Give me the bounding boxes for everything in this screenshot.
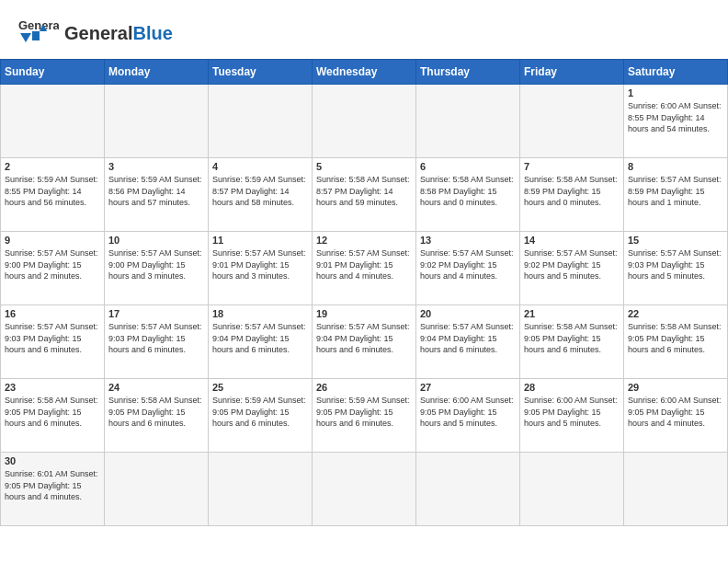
calendar-week-row: 16Sunrise: 5:57 AM Sunset: 9:03 PM Dayli…: [1, 305, 728, 379]
day-number: 1: [628, 87, 723, 98]
day-info: Sunrise: 5:57 AM Sunset: 9:03 PM Dayligh…: [5, 321, 100, 356]
page-header: General GeneralBlue: [0, 0, 728, 59]
calendar-cell: [520, 85, 624, 158]
day-number: 7: [524, 161, 620, 172]
calendar-week-row: 1Sunrise: 6:00 AM Sunset: 8:55 PM Daylig…: [1, 85, 728, 158]
day-info: Sunrise: 5:58 AM Sunset: 8:57 PM Dayligh…: [316, 174, 412, 209]
calendar-cell: [416, 453, 520, 526]
calendar-cell: 28Sunrise: 6:00 AM Sunset: 9:05 PM Dayli…: [520, 379, 624, 453]
calendar-cell: 2Sunrise: 5:59 AM Sunset: 8:55 PM Daylig…: [1, 158, 105, 232]
calendar-week-row: 9Sunrise: 5:57 AM Sunset: 9:00 PM Daylig…: [1, 232, 728, 305]
calendar-cell: [313, 453, 416, 526]
calendar-cell: 19Sunrise: 5:57 AM Sunset: 9:04 PM Dayli…: [313, 305, 416, 379]
calendar-cell: 4Sunrise: 5:59 AM Sunset: 8:57 PM Daylig…: [209, 158, 313, 232]
calendar-week-row: 2Sunrise: 5:59 AM Sunset: 8:55 PM Daylig…: [1, 158, 728, 232]
calendar-cell: 23Sunrise: 5:58 AM Sunset: 9:05 PM Dayli…: [1, 379, 105, 453]
day-info: Sunrise: 5:57 AM Sunset: 9:01 PM Dayligh…: [316, 247, 412, 282]
calendar-cell: 11Sunrise: 5:57 AM Sunset: 9:01 PM Dayli…: [209, 232, 313, 305]
calendar-cell: [520, 453, 624, 526]
day-info: Sunrise: 5:59 AM Sunset: 8:55 PM Dayligh…: [5, 174, 100, 209]
calendar-cell: 20Sunrise: 5:57 AM Sunset: 9:04 PM Dayli…: [416, 305, 520, 379]
day-info: Sunrise: 5:57 AM Sunset: 9:04 PM Dayligh…: [420, 321, 516, 356]
calendar-cell: [1, 85, 105, 158]
day-number: 5: [316, 161, 412, 172]
day-info: Sunrise: 5:59 AM Sunset: 9:05 PM Dayligh…: [316, 395, 412, 430]
calendar-cell: [313, 85, 416, 158]
day-info: Sunrise: 5:57 AM Sunset: 9:04 PM Dayligh…: [212, 321, 308, 356]
calendar-cell: 26Sunrise: 5:59 AM Sunset: 9:05 PM Dayli…: [313, 379, 416, 453]
calendar-cell: 15Sunrise: 5:57 AM Sunset: 9:03 PM Dayli…: [624, 232, 728, 305]
day-number: 24: [108, 382, 204, 393]
calendar-cell: [624, 453, 728, 526]
day-info: Sunrise: 5:59 AM Sunset: 9:05 PM Dayligh…: [212, 395, 308, 430]
day-number: 19: [316, 308, 412, 319]
day-number: 14: [524, 235, 620, 246]
calendar-cell: 7Sunrise: 5:58 AM Sunset: 8:59 PM Daylig…: [520, 158, 624, 232]
day-number: 23: [5, 382, 100, 393]
day-number: 2: [5, 161, 100, 172]
day-number: 16: [5, 308, 100, 319]
day-number: 18: [212, 308, 308, 319]
logo: General GeneralBlue: [18, 17, 173, 50]
day-info: Sunrise: 6:00 AM Sunset: 9:05 PM Dayligh…: [420, 395, 516, 430]
calendar-cell: 30Sunrise: 6:01 AM Sunset: 9:05 PM Dayli…: [1, 453, 105, 526]
day-info: Sunrise: 5:58 AM Sunset: 9:05 PM Dayligh…: [108, 395, 204, 430]
day-number: 25: [212, 382, 308, 393]
calendar-cell: 6Sunrise: 5:58 AM Sunset: 8:58 PM Daylig…: [416, 158, 520, 232]
day-number: 13: [420, 235, 516, 246]
day-info: Sunrise: 5:58 AM Sunset: 9:05 PM Dayligh…: [628, 321, 723, 356]
day-info: Sunrise: 5:58 AM Sunset: 9:05 PM Dayligh…: [5, 395, 100, 430]
day-number: 8: [628, 161, 723, 172]
calendar-day-header: Monday: [105, 60, 209, 85]
calendar-day-header: Saturday: [624, 60, 728, 85]
day-info: Sunrise: 5:57 AM Sunset: 9:00 PM Dayligh…: [108, 247, 204, 282]
calendar-day-header: Tuesday: [209, 60, 313, 85]
calendar-week-row: 23Sunrise: 5:58 AM Sunset: 9:05 PM Dayli…: [1, 379, 728, 453]
calendar-cell: 18Sunrise: 5:57 AM Sunset: 9:04 PM Dayli…: [209, 305, 313, 379]
day-number: 6: [420, 161, 516, 172]
logo-label: GeneralBlue: [64, 23, 173, 44]
day-number: 11: [212, 235, 308, 246]
day-number: 10: [108, 235, 204, 246]
day-info: Sunrise: 5:57 AM Sunset: 9:01 PM Dayligh…: [212, 247, 308, 282]
calendar-cell: 3Sunrise: 5:59 AM Sunset: 8:56 PM Daylig…: [105, 158, 209, 232]
day-number: 29: [628, 382, 723, 393]
calendar-cell: 29Sunrise: 6:00 AM Sunset: 9:05 PM Dayli…: [624, 379, 728, 453]
calendar-cell: 8Sunrise: 5:57 AM Sunset: 8:59 PM Daylig…: [624, 158, 728, 232]
day-number: 27: [420, 382, 516, 393]
day-number: 30: [5, 455, 100, 466]
calendar-week-row: 30Sunrise: 6:01 AM Sunset: 9:05 PM Dayli…: [1, 453, 728, 526]
svg-text:General: General: [18, 18, 59, 32]
svg-rect-3: [32, 31, 40, 40]
day-info: Sunrise: 5:57 AM Sunset: 9:03 PM Dayligh…: [628, 247, 723, 282]
day-number: 28: [524, 382, 620, 393]
calendar-day-header: Sunday: [1, 60, 105, 85]
calendar-cell: 1Sunrise: 6:00 AM Sunset: 8:55 PM Daylig…: [624, 85, 728, 158]
day-info: Sunrise: 6:00 AM Sunset: 9:05 PM Dayligh…: [524, 395, 620, 430]
day-info: Sunrise: 5:57 AM Sunset: 9:03 PM Dayligh…: [108, 321, 204, 356]
calendar-cell: [105, 453, 209, 526]
day-info: Sunrise: 5:58 AM Sunset: 8:59 PM Dayligh…: [524, 174, 620, 209]
calendar-cell: 12Sunrise: 5:57 AM Sunset: 9:01 PM Dayli…: [313, 232, 416, 305]
svg-marker-1: [20, 33, 31, 42]
day-info: Sunrise: 5:57 AM Sunset: 9:02 PM Dayligh…: [524, 247, 620, 282]
calendar-cell: 17Sunrise: 5:57 AM Sunset: 9:03 PM Dayli…: [105, 305, 209, 379]
calendar-day-header: Wednesday: [313, 60, 416, 85]
calendar-cell: 10Sunrise: 5:57 AM Sunset: 9:00 PM Dayli…: [105, 232, 209, 305]
calendar-cell: 21Sunrise: 5:58 AM Sunset: 9:05 PM Dayli…: [520, 305, 624, 379]
day-number: 17: [108, 308, 204, 319]
day-info: Sunrise: 5:57 AM Sunset: 9:04 PM Dayligh…: [316, 321, 412, 356]
day-info: Sunrise: 5:57 AM Sunset: 9:02 PM Dayligh…: [420, 247, 516, 282]
day-number: 3: [108, 161, 204, 172]
calendar-cell: 9Sunrise: 5:57 AM Sunset: 9:00 PM Daylig…: [1, 232, 105, 305]
day-number: 4: [212, 161, 308, 172]
calendar-day-header: Friday: [520, 60, 624, 85]
day-info: Sunrise: 6:01 AM Sunset: 9:05 PM Dayligh…: [5, 468, 100, 503]
calendar-cell: 16Sunrise: 5:57 AM Sunset: 9:03 PM Dayli…: [1, 305, 105, 379]
day-info: Sunrise: 5:59 AM Sunset: 8:56 PM Dayligh…: [108, 174, 204, 209]
day-info: Sunrise: 5:58 AM Sunset: 9:05 PM Dayligh…: [524, 321, 620, 356]
day-number: 22: [628, 308, 723, 319]
day-info: Sunrise: 6:00 AM Sunset: 9:05 PM Dayligh…: [628, 395, 723, 430]
calendar-cell: 27Sunrise: 6:00 AM Sunset: 9:05 PM Dayli…: [416, 379, 520, 453]
day-info: Sunrise: 5:59 AM Sunset: 8:57 PM Dayligh…: [212, 174, 308, 209]
